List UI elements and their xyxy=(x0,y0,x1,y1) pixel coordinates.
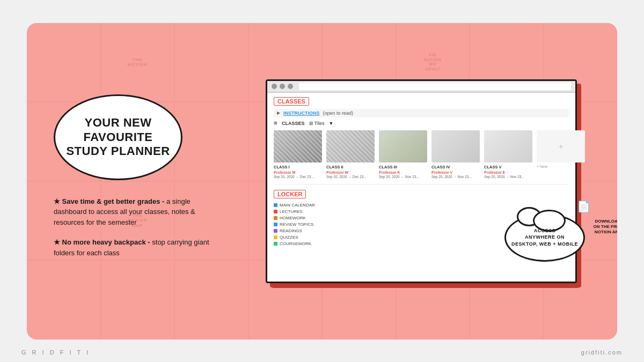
class-tile-add[interactable]: + + New xyxy=(537,130,564,179)
right-panel: CLASSES ▶ INSTRUCTIONS (open to read) ⊞ … xyxy=(236,79,617,283)
feature-title-2: ★ No more heavy backpack - xyxy=(54,238,150,246)
add-new-label: + New xyxy=(537,165,564,168)
feature-title-1: ★ Save time & get better grades - xyxy=(54,197,164,205)
brand-left: G R I D F I T I xyxy=(21,349,90,356)
view-row: ⊞ CLASSES ⊞ Tiles ▼ xyxy=(274,121,569,126)
window-btn-close xyxy=(272,84,277,89)
left-panel: YOUR NEW FAVOURITE STUDY PLANNER ★ Save … xyxy=(27,73,236,290)
arrow-icon: ▶ xyxy=(277,110,280,115)
class-name-2: CLASS II xyxy=(326,165,375,169)
pixel-paper-icon: 📄 xyxy=(577,200,590,213)
locker-label-6: COURSEWORK xyxy=(280,241,311,246)
feature-item-2: ★ No more heavy backpack - stop carrying… xyxy=(54,237,220,258)
class-name-3: CLASS III xyxy=(379,165,427,169)
class-tile-1[interactable]: CLASS I Professor M Sep 20, 2020 → Dec 2… xyxy=(274,130,322,179)
section-divider xyxy=(274,184,569,184)
class-tile-3[interactable]: CLASS III Professor K Sep 20, 2020 → Nov… xyxy=(379,130,427,179)
locker-dot-1 xyxy=(274,210,277,213)
class-prof-5: Professor E xyxy=(484,171,532,174)
locker-item-0[interactable]: MAIN CALENDAR xyxy=(274,203,569,208)
class-thumb-add: + xyxy=(537,130,585,162)
locker-dot-0 xyxy=(274,203,277,207)
class-thumb-4 xyxy=(431,130,480,162)
dropdown-arrow: ▼ xyxy=(329,121,334,126)
class-tile-5[interactable]: CLASS V Professor E Sep 20, 2020 → Nov 2… xyxy=(484,130,532,179)
hero-headline: YOUR NEW FAVOURITE STUDY PLANNER xyxy=(66,116,170,158)
instructions-row: ▶ INSTRUCTIONS (open to read) xyxy=(274,109,569,117)
instructions-sub: (open to read) xyxy=(323,110,354,116)
view-classes-label: CLASSES xyxy=(282,121,305,126)
class-prof-2: Professor W xyxy=(326,171,375,174)
locker-label-2: HOMEWORK xyxy=(280,216,306,220)
download-label: DOWNLOAD ON THE FREE NOTION APP xyxy=(588,219,617,235)
class-name-1: CLASS I xyxy=(274,165,322,169)
class-thumb-5 xyxy=(484,130,532,162)
classes-tiles: CLASS I Professor M Sep 20, 2020 → Dec 2… xyxy=(274,130,569,179)
class-prof-3: Professor K xyxy=(379,171,427,174)
class-date-4: Sep 20, 2020 → Nov 23... xyxy=(431,175,480,179)
cloud-text: ACCESS ANYWHERE ON DESKTOP, WEB + MOBILE xyxy=(511,227,578,248)
class-thumb-3 xyxy=(379,130,427,162)
class-thumb-2 xyxy=(326,130,375,162)
class-name-4: CLASS IV xyxy=(431,165,480,169)
class-tile-2[interactable]: CLASS II Professor W Sep 20, 2020 → Dec … xyxy=(326,130,375,179)
window-titlebar xyxy=(267,81,575,93)
class-thumb-1 xyxy=(274,130,322,162)
class-tile-4[interactable]: CLASS IV Professor V Sep 20, 2020 → Nov … xyxy=(431,130,480,179)
locker-dot-3 xyxy=(274,223,277,226)
main-card: THENOTION #INNOTIONWEADULT N #INNOTIONWE… xyxy=(27,23,617,339)
features-list: ★ Save time & get better grades - a sing… xyxy=(54,196,220,258)
locker-dot-5 xyxy=(274,235,277,239)
class-date-5: Sep 20, 2020 → Nov 23... xyxy=(484,175,532,179)
class-date-2: Sep 20, 2020 → Dec 23... xyxy=(326,175,375,179)
locker-dot-6 xyxy=(274,242,277,246)
cloud-shape: ACCESS ANYWHERE ON DESKTOP, WEB + MOBILE xyxy=(504,213,585,262)
window-url-bar xyxy=(299,83,571,90)
class-date-1: Sep 20, 2020 → Dec 23... xyxy=(274,175,322,179)
hero-speech-bubble: YOUR NEW FAVOURITE STUDY PLANNER xyxy=(54,94,182,180)
instructions-link[interactable]: INSTRUCTIONS xyxy=(283,110,320,116)
class-prof-1: Professor M xyxy=(274,171,322,174)
feature-item-1: ★ Save time & get better grades - a sing… xyxy=(54,196,220,228)
cloud-bubble: 📄 ACCESS ANYWHERE ON DESKTOP, WEB + MOBI… xyxy=(504,213,585,262)
add-icon: + xyxy=(559,142,563,151)
locker-dot-2 xyxy=(274,216,277,220)
view-icon: ⊞ xyxy=(274,121,277,125)
locker-dot-4 xyxy=(274,229,277,233)
class-date-3: Sep 20, 2020 → Nov 23... xyxy=(379,175,427,179)
brand-right: gridfiti.com xyxy=(581,349,623,356)
locker-badge: LOCKER xyxy=(274,190,306,198)
classes-badge: CLASSES xyxy=(274,97,309,106)
mockup-shadow-bar xyxy=(272,282,580,288)
locker-label-0: MAIN CALENDAR xyxy=(280,203,315,208)
classes-header: CLASSES xyxy=(274,97,569,106)
tiles-label: ⊞ Tiles xyxy=(309,121,325,126)
window-btn-max xyxy=(288,84,293,89)
class-name-5: CLASS V xyxy=(484,165,532,169)
locker-label-5: QUIZZES xyxy=(280,235,298,240)
window-btn-min xyxy=(280,84,285,89)
locker-label-1: LECTURES xyxy=(280,209,303,214)
locker-label-4: READINGS xyxy=(280,228,302,233)
class-prof-4: Professor V xyxy=(431,171,480,174)
locker-label-3: REVIEW TOPICS xyxy=(280,222,313,227)
